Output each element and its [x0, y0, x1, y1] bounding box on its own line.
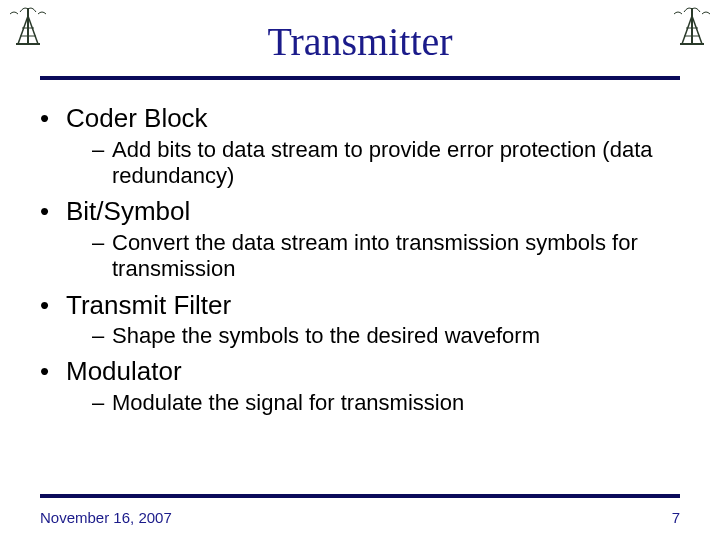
bullet-sub: Shape the symbols to the desired wavefor…	[112, 323, 684, 349]
footer-date: November 16, 2007	[40, 509, 172, 526]
bullet-dot-icon: •	[40, 355, 66, 388]
dash-icon: –	[92, 230, 112, 283]
content-area: • Coder Block – Add bits to data stream …	[40, 96, 684, 420]
dash-icon: –	[92, 390, 112, 416]
footer-rule	[40, 494, 680, 498]
svg-line-11	[692, 16, 702, 44]
bullet-level2: – Modulate the signal for transmission	[92, 390, 684, 416]
bullet-level2: – Shape the symbols to the desired wavef…	[92, 323, 684, 349]
bullet-dot-icon: •	[40, 102, 66, 135]
bullet-level1: • Transmit Filter	[40, 289, 684, 322]
dash-icon: –	[92, 137, 112, 190]
bullet-dot-icon: •	[40, 195, 66, 228]
svg-line-10	[682, 16, 692, 44]
slide-title: Transmitter	[0, 0, 720, 73]
title-rule	[40, 76, 680, 80]
bullet-dot-icon: •	[40, 289, 66, 322]
bullet-sub: Convert the data stream into transmissio…	[112, 230, 684, 283]
antenna-icon	[672, 6, 712, 46]
bullet-label: Modulator	[66, 355, 182, 388]
bullet-level1: • Coder Block	[40, 102, 684, 135]
dash-icon: –	[92, 323, 112, 349]
bullet-label: Bit/Symbol	[66, 195, 190, 228]
bullet-level2: – Convert the data stream into transmiss…	[92, 230, 684, 283]
antenna-icon	[8, 6, 48, 46]
bullet-level2: – Add bits to data stream to provide err…	[92, 137, 684, 190]
bullet-level1: • Bit/Symbol	[40, 195, 684, 228]
svg-line-4	[28, 16, 38, 44]
bullet-sub: Modulate the signal for transmission	[112, 390, 684, 416]
bullet-label: Transmit Filter	[66, 289, 231, 322]
footer: November 16, 2007 7	[40, 509, 680, 526]
bullet-label: Coder Block	[66, 102, 208, 135]
bullet-sub: Add bits to data stream to provide error…	[112, 137, 684, 190]
footer-page: 7	[672, 509, 680, 526]
slide: Transmitter • Coder Block – Add bits to …	[0, 0, 720, 540]
svg-line-3	[18, 16, 28, 44]
bullet-level1: • Modulator	[40, 355, 684, 388]
